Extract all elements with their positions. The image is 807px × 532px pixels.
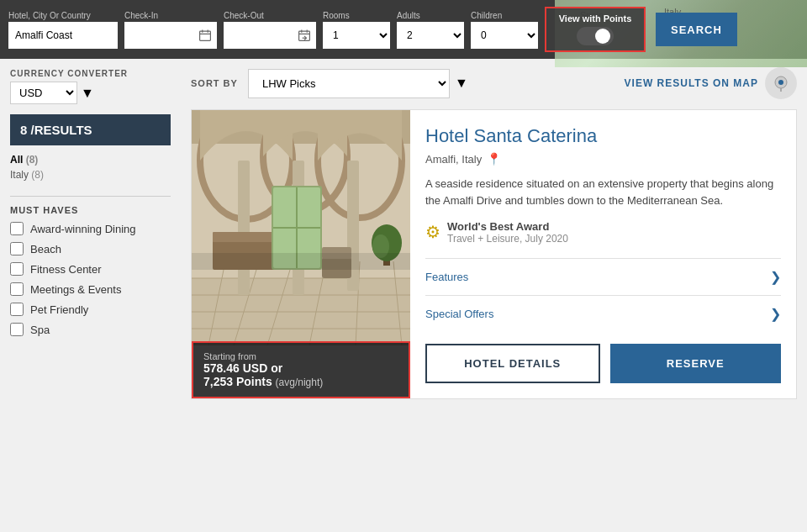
features-chevron-icon: ❯: [770, 269, 781, 285]
destination-field: Hotel, City Or Country: [8, 11, 118, 49]
svg-rect-0: [200, 31, 211, 40]
award-title: World's Best Award: [447, 220, 568, 233]
price-amount: 578.46 USD or: [203, 361, 398, 375]
results-area: SORT BY LHW Picks Price: Low to High Pri…: [181, 59, 807, 418]
must-have-fitness: Fitness Center: [10, 262, 171, 276]
award-icon: ⚙: [425, 222, 440, 242]
meetings-label[interactable]: Meetings & Events: [30, 283, 121, 296]
dining-label[interactable]: Award-winning Dining: [30, 223, 136, 235]
view-with-points-container: View with Points: [545, 7, 646, 52]
toggle-knob: [595, 29, 610, 44]
map-icon: [765, 67, 797, 99]
currency-select-wrap: USD EUR GBP ▼: [10, 82, 171, 104]
price-starting-label: Starting from: [203, 351, 398, 361]
currency-chevron-icon: ▼: [81, 86, 94, 101]
meetings-checkbox[interactable]: [10, 282, 24, 296]
rooms-field: Rooms 1 23: [323, 11, 390, 49]
calendar-icon: [198, 29, 212, 42]
destination-input[interactable]: [8, 22, 118, 49]
hotel-name: Hotel Santa Caterina: [425, 125, 781, 147]
award-section: ⚙ World's Best Award Travel + Leisure, J…: [425, 220, 781, 245]
search-button[interactable]: SEARCH: [656, 13, 737, 46]
svg-rect-32: [213, 232, 276, 242]
sort-chevron-icon: ▼: [455, 76, 468, 91]
pet-label[interactable]: Pet Friendly: [30, 303, 88, 316]
destination-label: Hotel, City Or Country: [8, 11, 118, 20]
children-label: Children: [471, 11, 538, 20]
location-map-icon: [772, 74, 790, 92]
fitness-label[interactable]: Fitness Center: [30, 263, 102, 276]
offers-label: Special Offers: [425, 308, 493, 320]
spa-checkbox[interactable]: [10, 323, 24, 336]
adults-field: Adults 1234: [397, 11, 464, 49]
calendar-checkout-icon: [298, 29, 311, 42]
search-bar: Spain Italy Hotel, City Or Country Check…: [0, 0, 807, 59]
pin-icon: 📍: [487, 152, 501, 166]
award-text: World's Best Award Travel + Leisure, Jul…: [447, 220, 568, 245]
results-count: 8 /RESULTS: [20, 123, 92, 137]
view-points-label: View with Points: [559, 13, 632, 24]
hotel-location: Amalfi, Italy 📍: [425, 152, 781, 166]
award-subtitle: Travel + Leisure, July 2020: [447, 233, 568, 245]
adults-label: Adults: [397, 11, 464, 20]
filter-all[interactable]: All (8): [10, 152, 171, 167]
checkin-field: Check-In: [124, 11, 217, 49]
pet-checkbox[interactable]: [10, 303, 24, 316]
must-have-beach: Beach: [10, 242, 171, 255]
hotel-details-button[interactable]: HOTEL DETAILS: [425, 344, 600, 383]
checkin-label: Check-In: [124, 11, 217, 20]
beach-checkbox[interactable]: [10, 242, 24, 255]
spa-label[interactable]: Spa: [30, 324, 50, 336]
currency-section: CURRENCY CONVERTER USD EUR GBP ▼: [10, 69, 171, 104]
view-points-toggle[interactable]: [577, 27, 614, 45]
rooms-label: Rooms: [323, 11, 390, 20]
must-have-spa: Spa: [10, 323, 171, 336]
price-overlay: Starting from 578.46 USD or 7,253 Points…: [192, 341, 410, 398]
adults-select[interactable]: 1234: [397, 22, 464, 49]
sort-select[interactable]: LHW Picks Price: Low to High Price: High…: [248, 69, 450, 98]
svg-rect-42: [192, 253, 410, 270]
hotel-image-wrap: Starting from 578.46 USD or 7,253 Points…: [192, 110, 410, 398]
sidebar: CURRENCY CONVERTER USD EUR GBP ▼ 8 /RESU…: [0, 59, 181, 418]
sort-bar: SORT BY LHW Picks Price: Low to High Pri…: [191, 67, 797, 99]
checkin-input[interactable]: [124, 22, 217, 49]
currency-label: CURRENCY CONVERTER: [10, 69, 171, 78]
hotel-action-buttons: HOTEL DETAILS RESERVE: [425, 344, 781, 383]
checkout-label: Check-Out: [224, 11, 316, 20]
rooms-select[interactable]: 1 23: [323, 22, 390, 49]
must-have-meetings: Meetings & Events: [10, 282, 171, 296]
children-select[interactable]: 012: [471, 22, 538, 49]
price-avg: (avg/night): [276, 377, 324, 388]
results-count-box: 8 /RESULTS: [10, 114, 171, 145]
special-offers-row[interactable]: Special Offers ❯: [425, 295, 781, 332]
location-text: Amalfi, Italy: [425, 153, 482, 166]
offers-chevron-icon: ❯: [770, 306, 781, 322]
hotel-description: A seaside residence situated on an exten…: [425, 176, 781, 208]
must-haves-title: MUST HAVES: [10, 196, 171, 215]
sort-label: SORT BY: [191, 78, 238, 88]
must-have-pet: Pet Friendly: [10, 303, 171, 316]
hotel-lobby-svg: [192, 110, 410, 345]
fitness-checkbox[interactable]: [10, 262, 24, 276]
hotel-image: [192, 110, 410, 345]
svg-rect-28: [238, 161, 250, 295]
hotel-info: Hotel Santa Caterina Amalfi, Italy 📍 A s…: [410, 110, 796, 398]
sort-select-wrap: LHW Picks Price: Low to High Price: High…: [248, 69, 468, 98]
filter-links: All (8) Italy (8): [10, 152, 171, 182]
beach-label[interactable]: Beach: [30, 243, 61, 255]
reserve-button[interactable]: RESERVE: [610, 344, 782, 383]
features-label: Features: [425, 271, 468, 283]
must-have-dining: Award-winning Dining: [10, 222, 171, 235]
hotel-card: Starting from 578.46 USD or 7,253 Points…: [191, 109, 797, 399]
main-content: CURRENCY CONVERTER USD EUR GBP ▼ 8 /RESU…: [0, 59, 807, 418]
map-link[interactable]: VIEW RESULTS ON MAP: [625, 67, 797, 99]
children-field: Children 012: [471, 11, 538, 49]
dining-checkbox[interactable]: [10, 222, 24, 235]
features-row[interactable]: Features ❯: [425, 258, 781, 295]
checkout-field: Check-Out: [224, 11, 316, 49]
price-points-value: 7,253 Points: [203, 375, 272, 388]
currency-select[interactable]: USD EUR GBP: [10, 82, 77, 104]
svg-point-10: [778, 80, 783, 85]
checkout-input[interactable]: [224, 22, 316, 49]
filter-italy[interactable]: Italy (8): [10, 167, 171, 182]
